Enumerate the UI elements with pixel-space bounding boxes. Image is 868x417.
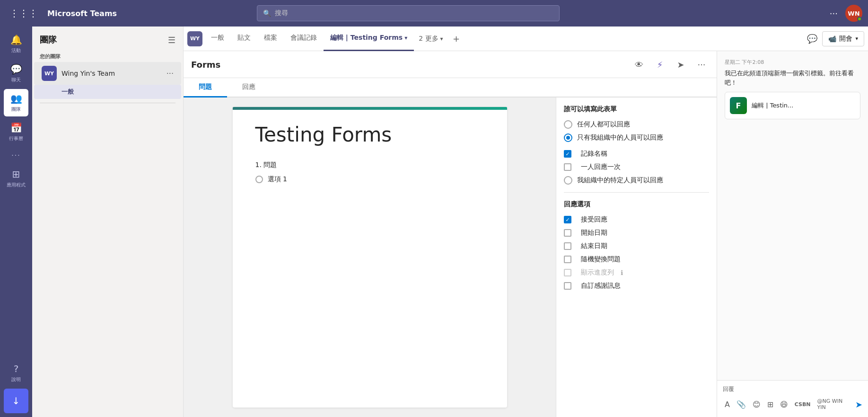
radio-org-only[interactable]: 只有我組織中的人員可以回應 xyxy=(564,133,709,142)
shuffle-checkbox[interactable] xyxy=(564,256,571,263)
checkbox-start-date[interactable]: 開始日期 xyxy=(564,229,709,237)
apps-grid-icon[interactable]: ⋮⋮⋮ xyxy=(6,4,42,23)
your-teams-label: 您的團隊 xyxy=(32,49,183,62)
checkbox-record-name[interactable]: ✓ 記錄名稱 xyxy=(564,150,709,158)
meet-chevron-icon: ▾ xyxy=(855,35,858,42)
top-bar: ⋮⋮⋮ Microsoft Teams 🔍 搜尋 ··· WN xyxy=(0,0,868,27)
forms-header: Forms 👁 ⚡ ➤ ··· xyxy=(184,51,717,78)
settings-divider xyxy=(564,192,709,193)
content-area: WY 一般 貼文 檔案 會議記錄 編輯 | Testing Forms ▾ 2 … xyxy=(184,27,868,417)
team-initials: WY xyxy=(44,71,54,77)
who-can-fill-options: 任何人都可以回應 只有我組織中的人員可以回應 xyxy=(564,120,709,142)
radio-option-1[interactable] xyxy=(255,176,263,183)
record-name-label: 記錄名稱 xyxy=(581,150,607,158)
send-icon[interactable]: ➤ xyxy=(673,57,688,72)
record-name-checkbox[interactable]: ✓ xyxy=(564,150,571,158)
team-item-wingyin[interactable]: WY Wing Yin's Team ··· xyxy=(34,62,181,85)
search-bar[interactable]: 🔍 搜尋 xyxy=(257,5,560,21)
sidebar-label-chat: 聊天 xyxy=(11,77,21,83)
tab-dropdown-icon[interactable]: ▾ xyxy=(404,35,407,41)
help-icon: ? xyxy=(14,363,19,374)
forms-title: Forms xyxy=(191,60,626,70)
radio-specific-label: 我組織中的特定人員可以回應 xyxy=(577,176,663,185)
radio-specific[interactable]: 我組織中的特定人員可以回應 xyxy=(564,176,709,185)
lightning-icon[interactable]: ⚡ xyxy=(652,57,667,72)
radio-org-button[interactable] xyxy=(564,133,572,142)
team-more-icon[interactable]: ··· xyxy=(167,69,174,78)
emoji-icon[interactable]: 😊 xyxy=(751,398,763,411)
checkbox-one-response[interactable]: 一人回應一次 xyxy=(564,163,709,171)
tab-more[interactable]: 2 更多 ▾ xyxy=(414,27,447,51)
progress-checkbox[interactable] xyxy=(564,269,571,276)
reaction-icon[interactable]: 😄 xyxy=(778,398,790,411)
more-options-icon[interactable]: ··· xyxy=(826,5,842,22)
checkbox-progress[interactable]: 顯示進度列 ℹ xyxy=(564,268,709,277)
checkbox-end-date[interactable]: 結束日期 xyxy=(564,242,709,250)
tab-posts[interactable]: 貼文 xyxy=(231,27,257,51)
ellipsis-icon: ··· xyxy=(11,151,20,159)
chat-card[interactable]: F 編輯 | Testin... xyxy=(725,92,860,119)
sidebar-item-ellipsis[interactable]: ··· xyxy=(4,148,28,163)
one-response-checkbox[interactable] xyxy=(564,163,571,171)
main-layout: 🔔 活動 💬 聊天 👥 團隊 📅 行事曆 ··· ⊞ 應用程式 ? 說明 xyxy=(0,27,868,417)
chat-timestamp: 星期二 下午2:08 xyxy=(725,59,860,66)
chat-panel-icon[interactable]: 💬 xyxy=(804,31,820,47)
tab-general[interactable]: 一般 xyxy=(204,27,231,51)
checkbox-custom-thanks[interactable]: 自訂感謝訊息 xyxy=(564,282,709,290)
chat-panel: 星期二 下午2:08 我已在此頻道頂端新增一個索引標籤。前往看看吧！ F 編輯 … xyxy=(717,51,868,417)
tab-files-label: 檔案 xyxy=(264,34,277,42)
sidebar-item-chat[interactable]: 💬 聊天 xyxy=(4,60,28,87)
radio-org-inner xyxy=(566,136,570,140)
start-date-label: 開始日期 xyxy=(581,229,607,237)
meet-button[interactable]: 📹 開會 ▾ xyxy=(822,31,864,46)
tab-edit[interactable]: 編輯 | Testing Forms ▾ xyxy=(324,27,414,51)
accept-checkbox[interactable]: ✓ xyxy=(564,216,571,223)
tab-general-label: 一般 xyxy=(211,34,224,42)
radio-specific-button[interactable] xyxy=(564,176,572,185)
forms-area: Forms 👁 ⚡ ➤ ··· 問題 回應 xyxy=(184,51,717,417)
custom-thanks-checkbox[interactable] xyxy=(564,282,571,290)
plus-icon: + xyxy=(453,34,460,44)
end-date-checkbox[interactable] xyxy=(564,242,571,250)
teams-divider xyxy=(40,103,175,103)
badge-initials: WY xyxy=(190,35,200,42)
attach-icon[interactable]: 📎 xyxy=(735,398,748,411)
forms-tab-questions[interactable]: 問題 xyxy=(184,78,227,98)
tab-add-button[interactable]: + xyxy=(448,30,465,47)
eye-icon[interactable]: 👁 xyxy=(631,57,647,72)
sidebar-item-teams[interactable]: 👥 團隊 xyxy=(4,89,28,116)
teams-panel-title: 團隊 xyxy=(40,34,164,45)
tab-files[interactable]: 檔案 xyxy=(257,27,284,51)
checkbox-shuffle[interactable]: 隨機變換問題 xyxy=(564,255,709,264)
mention-text[interactable]: CSBN xyxy=(793,399,813,409)
download-button[interactable]: ↓ xyxy=(4,389,28,413)
sidebar-item-apps[interactable]: ⊞ 應用程式 xyxy=(4,165,28,192)
info-icon[interactable]: ℹ xyxy=(621,269,623,276)
format-icon[interactable]: A xyxy=(723,398,732,411)
sidebar-item-help[interactable]: ? 說明 xyxy=(4,359,28,387)
avatar[interactable]: WN xyxy=(845,5,862,22)
apps-inline-icon[interactable]: ⊞ xyxy=(765,398,775,411)
channel-item-general[interactable]: 一般 xyxy=(34,85,181,99)
forms-tab-responses[interactable]: 回應 xyxy=(227,78,271,98)
settings-panel: 誰可以填寫此表單 任何人都可以回應 xyxy=(556,98,717,417)
radio-anyone[interactable]: 任何人都可以回應 xyxy=(564,120,709,129)
sidebar-item-calendar[interactable]: 📅 行事曆 xyxy=(4,118,28,146)
tab-posts-label: 貼文 xyxy=(237,34,251,42)
tab-meetings[interactable]: 會議記錄 xyxy=(284,27,324,51)
form-title: Testing Forms xyxy=(255,124,484,146)
teams-panel: 團隊 ☰ 您的團隊 WY Wing Yin's Team ··· 一般 xyxy=(32,27,184,417)
filter-icon[interactable]: ☰ xyxy=(168,35,175,45)
channel-name: 一般 xyxy=(61,88,74,95)
at-mention[interactable]: @NG WIN YIN xyxy=(815,396,852,412)
sidebar-item-activity[interactable]: 🔔 活動 xyxy=(4,30,28,58)
send-icon[interactable]: ➤ xyxy=(855,399,862,409)
tab-more-label: 2 更多 xyxy=(419,35,438,43)
start-date-checkbox[interactable] xyxy=(564,229,571,237)
checkbox-accept[interactable]: ✓ 接受回應 xyxy=(564,215,709,224)
calendar-icon: 📅 xyxy=(10,122,22,133)
bell-icon: 🔔 xyxy=(10,34,22,45)
forms-more-icon[interactable]: ··· xyxy=(694,57,709,72)
sidebar-bottom: ? 說明 ↓ xyxy=(4,359,28,413)
radio-anyone-button[interactable] xyxy=(564,120,572,129)
